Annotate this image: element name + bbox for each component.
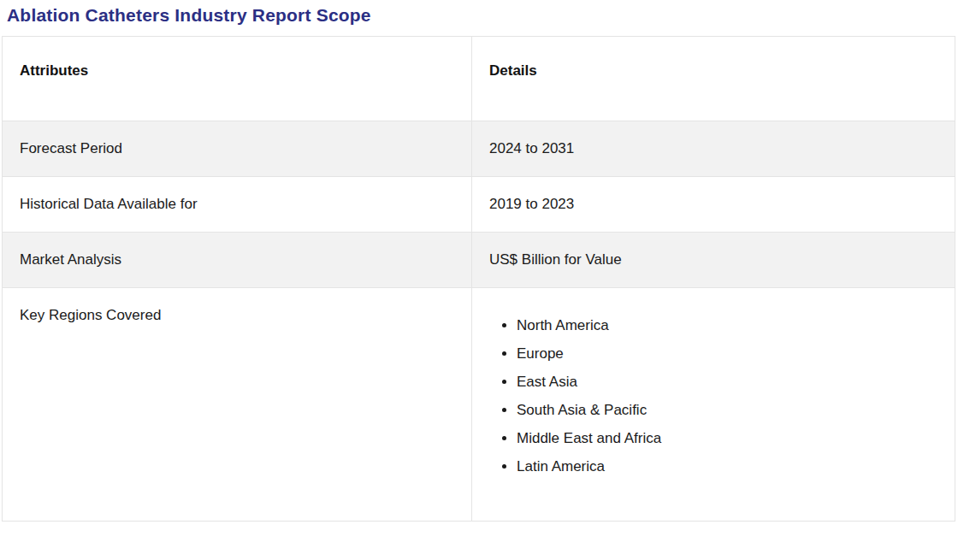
- report-scope-table: Attributes Details Forecast Period 2024 …: [2, 36, 955, 522]
- detail-cell: 2019 to 2023: [472, 177, 955, 233]
- region-list-item: Middle East and Africa: [517, 429, 937, 448]
- details-header: Details: [472, 37, 955, 121]
- attributes-header: Attributes: [3, 37, 472, 121]
- detail-cell: US$ Billion for Value: [472, 233, 955, 288]
- region-list-item: South Asia & Pacific: [517, 401, 937, 420]
- report-scope-page: Ablation Catheters Industry Report Scope…: [0, 0, 958, 560]
- region-list-item: East Asia: [517, 373, 937, 392]
- table-row-historical-data: Historical Data Available for 2019 to 20…: [3, 177, 955, 233]
- table-row-forecast-period: Forecast Period 2024 to 2031: [3, 121, 955, 177]
- attribute-cell: Market Analysis: [3, 233, 472, 288]
- regions-list: North America Europe East Asia South Asi…: [489, 316, 937, 477]
- detail-cell: North America Europe East Asia South Asi…: [472, 288, 955, 522]
- detail-cell: 2024 to 2031: [472, 121, 955, 177]
- table-row-key-regions: Key Regions Covered North America Europe…: [3, 288, 955, 522]
- table-row-market-analysis: Market Analysis US$ Billion for Value: [3, 233, 955, 288]
- header-row: Attributes Details: [3, 37, 955, 121]
- region-list-item: Latin America: [517, 457, 937, 476]
- page-title: Ablation Catheters Industry Report Scope: [7, 5, 956, 26]
- attribute-cell: Forecast Period: [3, 121, 472, 177]
- region-list-item: Europe: [517, 345, 937, 363]
- attribute-cell: Historical Data Available for: [3, 177, 472, 233]
- region-list-item: North America: [517, 316, 937, 335]
- attribute-cell: Key Regions Covered: [3, 288, 472, 522]
